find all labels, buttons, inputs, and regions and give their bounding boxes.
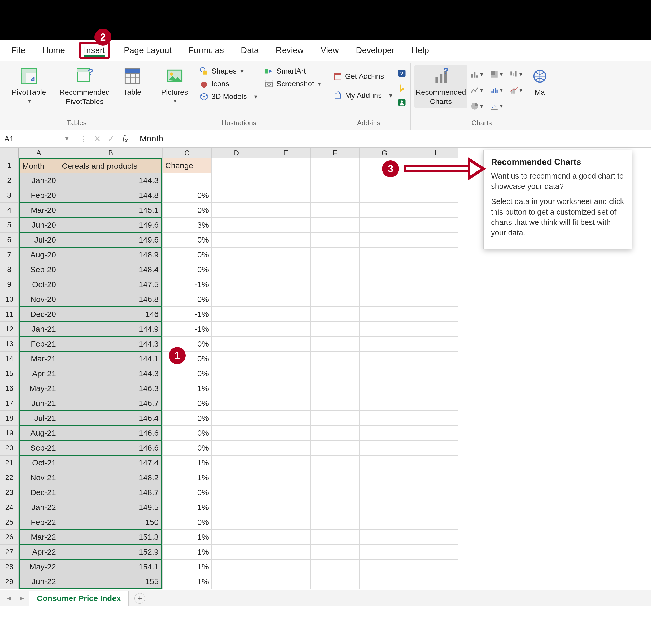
- empty-cell[interactable]: [409, 470, 458, 485]
- col-header-e[interactable]: E: [261, 148, 310, 158]
- empty-cell[interactable]: [261, 203, 310, 218]
- empty-cell[interactable]: [310, 321, 360, 336]
- empty-cell[interactable]: [212, 381, 261, 396]
- empty-cell[interactable]: [261, 470, 310, 485]
- empty-cell[interactable]: [409, 440, 458, 455]
- pictures-button[interactable]: Pictures ▾: [155, 65, 194, 106]
- empty-cell[interactable]: [310, 559, 360, 574]
- empty-cell[interactable]: [261, 396, 310, 411]
- empty-cell[interactable]: [212, 321, 261, 336]
- empty-cell[interactable]: [360, 515, 409, 530]
- empty-cell[interactable]: [212, 396, 261, 411]
- cell-month[interactable]: Sep-20: [19, 262, 59, 277]
- empty-cell[interactable]: [261, 574, 310, 589]
- col-header-f[interactable]: F: [310, 148, 360, 158]
- cell-month[interactable]: Jun-21: [19, 396, 59, 411]
- empty-cell[interactable]: [212, 158, 261, 173]
- cell-month[interactable]: Nov-20: [19, 292, 59, 307]
- cell-value[interactable]: 144.9: [59, 321, 162, 336]
- cell-change[interactable]: 0%: [162, 440, 212, 455]
- row-header[interactable]: 19: [0, 426, 19, 440]
- col-header-a[interactable]: A: [19, 148, 59, 158]
- cell-change[interactable]: 0%: [162, 336, 212, 351]
- line-chart-button[interactable]: ▾: [470, 83, 489, 98]
- col-header-g[interactable]: G: [360, 148, 409, 158]
- pie-chart-button[interactable]: ▾: [470, 99, 489, 114]
- cancel-icon[interactable]: ✕: [94, 134, 101, 144]
- cell-value[interactable]: 146.8: [59, 292, 162, 307]
- empty-cell[interactable]: [212, 203, 261, 218]
- cell-value[interactable]: 146.7: [59, 396, 162, 411]
- cell-month[interactable]: Apr-22: [19, 545, 59, 559]
- empty-cell[interactable]: [261, 218, 310, 233]
- empty-cell[interactable]: [310, 574, 360, 589]
- cell-change[interactable]: 0%: [162, 188, 212, 203]
- row-header[interactable]: 25: [0, 515, 19, 530]
- empty-cell[interactable]: [360, 366, 409, 381]
- empty-cell[interactable]: [310, 218, 360, 233]
- empty-cell[interactable]: [261, 351, 310, 366]
- row-header[interactable]: 12: [0, 321, 19, 336]
- empty-cell[interactable]: [409, 203, 458, 218]
- table-button[interactable]: Table: [118, 65, 147, 98]
- cell-month[interactable]: Aug-20: [19, 247, 59, 262]
- cell-change[interactable]: 0%: [162, 426, 212, 440]
- empty-cell[interactable]: [310, 426, 360, 440]
- empty-cell[interactable]: [360, 321, 409, 336]
- cell-value[interactable]: 151.3: [59, 530, 162, 545]
- sheet-nav-prev[interactable]: ◄: [4, 593, 14, 604]
- empty-cell[interactable]: [360, 500, 409, 515]
- empty-cell[interactable]: [212, 173, 261, 188]
- empty-cell[interactable]: [261, 336, 310, 351]
- row-header[interactable]: 4: [0, 203, 19, 218]
- empty-cell[interactable]: [212, 530, 261, 545]
- hierarchy-chart-button[interactable]: ▾: [490, 67, 508, 82]
- empty-cell[interactable]: [261, 500, 310, 515]
- cell-month[interactable]: Apr-21: [19, 366, 59, 381]
- empty-cell[interactable]: [409, 277, 458, 292]
- empty-cell[interactable]: [212, 366, 261, 381]
- empty-cell[interactable]: [409, 188, 458, 203]
- empty-cell[interactable]: [212, 411, 261, 426]
- empty-cell[interactable]: [261, 173, 310, 188]
- cell-change[interactable]: 0%: [162, 396, 212, 411]
- empty-cell[interactable]: [212, 307, 261, 321]
- empty-cell[interactable]: [310, 277, 360, 292]
- empty-cell[interactable]: [261, 188, 310, 203]
- cell-change[interactable]: 0%: [162, 203, 212, 218]
- empty-cell[interactable]: [360, 574, 409, 589]
- recommended-pivottables-button[interactable]: ? Recommended PivotTables: [54, 65, 115, 108]
- cell-value[interactable]: 147.4: [59, 455, 162, 470]
- cell-month[interactable]: Mar-21: [19, 351, 59, 366]
- empty-cell[interactable]: [212, 292, 261, 307]
- empty-cell[interactable]: [360, 336, 409, 351]
- empty-cell[interactable]: [360, 440, 409, 455]
- cell-change[interactable]: 0%: [162, 366, 212, 381]
- row-header[interactable]: 9: [0, 277, 19, 292]
- empty-cell[interactable]: [409, 247, 458, 262]
- cell-change[interactable]: 1%: [162, 381, 212, 396]
- empty-cell[interactable]: [212, 574, 261, 589]
- cell-month[interactable]: Feb-22: [19, 515, 59, 530]
- cell-month[interactable]: Mar-20: [19, 203, 59, 218]
- row-header[interactable]: 10: [0, 292, 19, 307]
- empty-cell[interactable]: [212, 515, 261, 530]
- empty-cell[interactable]: [409, 233, 458, 247]
- screenshot-button[interactable]: Screenshot▾: [262, 78, 323, 90]
- cell-change[interactable]: 1%: [162, 559, 212, 574]
- empty-cell[interactable]: [310, 351, 360, 366]
- empty-cell[interactable]: [409, 396, 458, 411]
- empty-cell[interactable]: [310, 515, 360, 530]
- empty-cell[interactable]: [212, 233, 261, 247]
- empty-cell[interactable]: [310, 411, 360, 426]
- cell-change[interactable]: 1%: [162, 574, 212, 589]
- empty-cell[interactable]: [261, 440, 310, 455]
- smartart-button[interactable]: SmartArt: [262, 65, 323, 77]
- tab-developer[interactable]: Developer: [353, 44, 397, 57]
- row-header[interactable]: 17: [0, 396, 19, 411]
- empty-cell[interactable]: [261, 545, 310, 559]
- cell-month[interactable]: Jun-20: [19, 218, 59, 233]
- empty-cell[interactable]: [360, 218, 409, 233]
- row-header[interactable]: 16: [0, 381, 19, 396]
- people-icon[interactable]: [397, 98, 407, 109]
